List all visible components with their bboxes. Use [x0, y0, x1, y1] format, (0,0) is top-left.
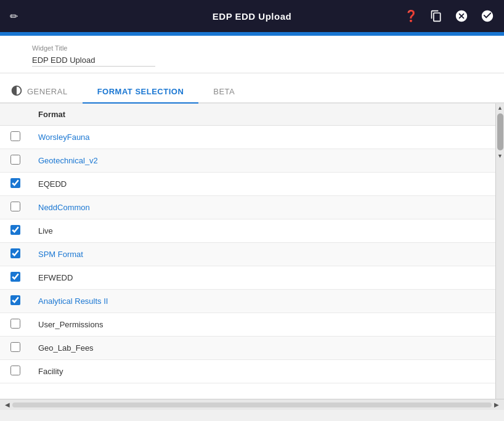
- table-row: Live: [0, 219, 495, 243]
- col-format-header: Format: [31, 104, 495, 126]
- table-row: User_Permissions: [0, 313, 495, 337]
- checkbox-7[interactable]: [10, 272, 20, 282]
- table-row: WorsleyFauna: [0, 126, 495, 149]
- format-link[interactable]: WorsleyFauna: [38, 133, 90, 142]
- format-link[interactable]: SPM Format: [38, 250, 83, 259]
- confirm-icon[interactable]: [481, 9, 494, 23]
- checkbox-5[interactable]: [10, 225, 20, 235]
- edit-icon[interactable]: ✏: [10, 10, 18, 22]
- title-bar-left-icons: ✏: [10, 10, 18, 22]
- checkbox-8[interactable]: [10, 295, 20, 305]
- format-table: Format WorsleyFaunaGeotechnical_v2EQEDDN…: [0, 104, 495, 383]
- horizontal-scrollbar-track[interactable]: [12, 403, 492, 407]
- checkbox-9[interactable]: [10, 319, 20, 329]
- table-cell-name: Live: [31, 219, 495, 243]
- checkbox-11[interactable]: [10, 366, 20, 375]
- checkbox-2[interactable]: [10, 155, 20, 165]
- widget-label: Widget Title: [32, 44, 492, 52]
- table-row: Facility: [0, 360, 495, 383]
- table-cell-name: WorsleyFauna: [31, 126, 495, 149]
- table-cell-name: EQEDD: [31, 173, 495, 196]
- table-row: NeddCommon: [0, 196, 495, 219]
- table-cell-checkbox: [0, 243, 31, 266]
- bottom-scrollbar[interactable]: ◀ ▶: [0, 399, 504, 410]
- table-cell-checkbox: [0, 360, 31, 383]
- help-icon[interactable]: ❓: [404, 9, 418, 23]
- table-row: SPM Format: [0, 243, 495, 266]
- table-cell-name: Facility: [31, 360, 495, 383]
- table-cell-checkbox: [0, 126, 31, 149]
- format-link[interactable]: Analytical Results II: [38, 296, 108, 306]
- format-link[interactable]: NeddCommon: [38, 203, 90, 212]
- scroll-right-arrow[interactable]: ▶: [492, 401, 502, 408]
- checkbox-4[interactable]: [10, 202, 20, 211]
- format-table-container[interactable]: Format WorsleyFaunaGeotechnical_v2EQEDDN…: [0, 104, 504, 399]
- table-cell-checkbox: [0, 219, 31, 243]
- tab-beta[interactable]: BETA: [198, 81, 250, 102]
- tabs-container: GENERAL FORMAT SELECTION BETA: [0, 81, 504, 104]
- title-bar: EDP EDD Upload ✏ ❓: [0, 0, 504, 32]
- table-row: EQEDD: [0, 173, 495, 196]
- col-checkbox-header: [0, 104, 31, 126]
- table-row: Geo_Lab_Fees: [0, 337, 495, 360]
- table-cell-name: Geo_Lab_Fees: [31, 337, 495, 360]
- table-cell-name: Analytical Results II: [31, 290, 495, 313]
- checkbox-6[interactable]: [10, 248, 20, 258]
- table-row: Geotechnical_v2: [0, 149, 495, 173]
- tab-general[interactable]: GENERAL: [12, 81, 83, 102]
- table-cell-checkbox: [0, 149, 31, 173]
- main-content: Widget Title GENERAL FORMAT SELECTION BE…: [0, 36, 504, 410]
- scroll-left-arrow[interactable]: ◀: [2, 401, 12, 408]
- scroll-down-arrow[interactable]: ▼: [496, 152, 504, 160]
- checkbox-1[interactable]: [10, 131, 20, 141]
- tab-format-selection[interactable]: FORMAT SELECTION: [83, 81, 199, 102]
- format-link[interactable]: Geotechnical_v2: [38, 156, 98, 165]
- table-cell-checkbox: [0, 173, 31, 196]
- checkbox-3[interactable]: [10, 178, 20, 188]
- table-cell-checkbox: [0, 290, 31, 313]
- table-cell-name: EFWEDD: [31, 266, 495, 290]
- widget-title-input[interactable]: [32, 54, 155, 67]
- table-row: EFWEDD: [0, 266, 495, 290]
- checkbox-10[interactable]: [10, 342, 20, 352]
- app-title: EDP EDD Upload: [213, 11, 291, 22]
- table-cell-name: NeddCommon: [31, 196, 495, 219]
- table-cell-checkbox: [0, 337, 31, 360]
- table-cell-checkbox: [0, 266, 31, 290]
- table-cell-checkbox: [0, 196, 31, 219]
- widget-section: Widget Title: [0, 36, 504, 73]
- title-bar-right-icons: ❓: [404, 9, 494, 23]
- copy-icon[interactable]: [430, 10, 442, 22]
- scroll-up-arrow[interactable]: ▲: [496, 104, 504, 112]
- table-cell-name: User_Permissions: [31, 313, 495, 337]
- table-cell-checkbox: [0, 313, 31, 337]
- cancel-icon[interactable]: [455, 9, 468, 23]
- scroll-thumb[interactable]: [497, 113, 503, 150]
- table-cell-name: Geotechnical_v2: [31, 149, 495, 173]
- right-scrollbar[interactable]: ▲ ▼: [495, 104, 504, 399]
- table-cell-name: SPM Format: [31, 243, 495, 266]
- table-wrapper: Format WorsleyFaunaGeotechnical_v2EQEDDN…: [0, 104, 504, 399]
- table-row: Analytical Results II: [0, 290, 495, 313]
